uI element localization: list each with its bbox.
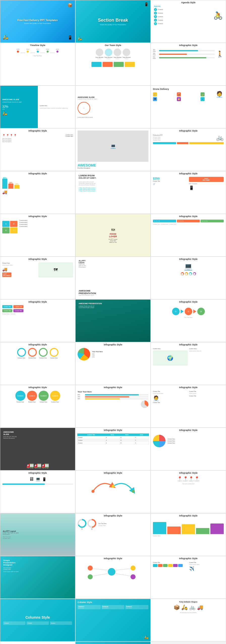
awesome-left: AWESOME SLIDE LOREM IPSUM COLOR SIT AMET… <box>0 86 38 128</box>
pr-row-3: 55% <box>78 398 148 399</box>
drone-person: 🧑‍💼 <box>216 91 223 98</box>
slide-fully-editable-png[interactable]: Fully Editable Shapes And PNG 📱 🏍 🧑‍💼 📦 … <box>0 641 75 644</box>
at-bottom: AWESOME PRESENTATION Lean to the directi… <box>79 290 147 296</box>
slide-infographic-table[interactable]: Infographic Style Content Title Items It… <box>75 428 151 470</box>
infographic-bars-title: Infographic Style <box>151 514 226 517</box>
slide-infographic-laptop[interactable]: Infographic Style 💻 ⬤ ⬤ ⬤ ⬤ <box>151 257 226 299</box>
brazil-content: Content Here 🌍 Content Here Lorem ipsum … <box>151 342 226 367</box>
slide-infographic-last[interactable]: Infographic Style Content Title Content … <box>151 556 226 599</box>
slide-agenda[interactable]: Agenda Style Agenda 1 Contents 2 Content… <box>151 0 226 43</box>
slide-infographic-brazil[interactable]: Infographic Style Content Here 🌍 Content… <box>151 342 226 385</box>
pin-3: 📍 <box>10 134 13 137</box>
slide-infographic-pins[interactable]: Infographic Style 📍 Location 1 📍 Locatio… <box>151 470 226 513</box>
tl-line4 <box>50 53 55 53</box>
slide-infographic-screens[interactable]: Infographic Style 🖥 💻 📱 <box>0 470 75 513</box>
slide-timeline[interactable]: Timeline Style 2015 2016 2017 <box>0 43 75 86</box>
slide-simple[interactable]: Simple Presentation Designed Your text h… <box>0 556 75 599</box>
slide-awesome-1[interactable]: AWESOME SLIDE LOREM IPSUM COLOR SIT AMET… <box>0 86 75 128</box>
slide-infographic-pie[interactable]: Infographic Style Your Text Here 85% 70%… <box>75 342 151 385</box>
slide-road[interactable]: ALLPPT Layout Clean Text Size for your P… <box>0 513 75 556</box>
slide-infographic-delivery2[interactable]: Infographic Style Content Title Lorem ip… <box>151 385 226 428</box>
slide-lorem[interactable]: LOREM IPSUM DOLOR SIT AMET. Lorem ipsum … <box>75 171 151 214</box>
slide-infographic-pres[interactable]: Infographic Style Content Title Content … <box>0 299 75 342</box>
dark-text: AWESOME SLIDE DOLOR SIT IPSUM Succes Bus… <box>0 428 75 442</box>
slide-swot[interactable]: Infographic Style S W O T Customization … <box>0 214 75 257</box>
presentation-label: PRESENTATION <box>79 292 147 295</box>
brazil-text: Content Here <box>153 348 188 349</box>
slide-infographic-compass[interactable]: Infographic Style Content Here Content H… <box>151 428 226 470</box>
pr-track-2 <box>85 396 148 397</box>
slide-infographic-3circles[interactable]: Infographic Style Content Content Here C… <box>0 385 75 428</box>
drone-icon-2: 📦 <box>177 92 181 96</box>
col-2: Content <box>26 621 49 625</box>
infographic-curved-title: Infographic Style <box>76 472 150 474</box>
pr-label-1: 85% <box>78 394 84 395</box>
awesome-text-more: Lorem ipsum dolor sit amet consectetur a… <box>40 107 73 109</box>
dark-title: AWESOME <box>3 431 72 433</box>
slide-infographic-arrows[interactable]: Infographic Style ① ② ③ Your Text Here <box>151 299 226 342</box>
hbar-4 <box>196 528 209 534</box>
slide-awesome-portfolio[interactable]: 💻 AWESOME Portfolio Designed <box>75 128 151 171</box>
drone-inner: Drone Delivery 🛒 📦 🚁 🗺 ⭐ ✓ 🧑‍💼 <box>151 86 226 103</box>
slide-infographic-stats[interactable]: Infographic Style 80% 38% 29% 🚚 <box>0 171 75 214</box>
slide-section-break[interactable]: Section Break Inspire the Quality of You… <box>75 0 151 43</box>
pie-legend: Your Text Here 85% 70% 55% <box>92 351 148 358</box>
slide-infographic-curved[interactable]: Infographic Style <box>75 470 151 513</box>
fast-delivery-badge: FASTDELIVERY <box>189 177 224 182</box>
slide-infographic-1[interactable]: Infographic Style Text Here Text Here Te… <box>151 43 226 86</box>
drone-icon-1: 🛒 <box>153 92 157 96</box>
infographic-bike-title: Infographic Style <box>151 130 226 132</box>
slide-infographic-right[interactable]: Infographic Style Your Text Title Your T… <box>151 214 226 257</box>
slide-infographic-donut[interactable]: Infographic Style 01 02 <box>75 513 151 556</box>
arrow-circle-3: ③ <box>197 308 205 315</box>
slide-infographic-circles[interactable]: Infographic Style Content Here Content H… <box>0 342 75 385</box>
right-text-1: Your Text Title <box>154 220 175 222</box>
slide-hero[interactable]: Free Fast Delivery PPT Templates Explore… <box>0 0 75 43</box>
swot-texts: Customization Customization Customizatio… <box>19 220 73 235</box>
swot-t: T <box>10 227 17 233</box>
slide-columns[interactable]: Columns Style Content Content Content <box>0 599 75 641</box>
pb-label-1: Text Here <box>153 49 158 52</box>
food-lover: LOVER <box>109 235 117 238</box>
bike-text: Professional PPT Content HereContent Her… <box>153 134 215 141</box>
slide-infographic-bike[interactable]: Infographic Style Professional PPT Conte… <box>151 128 226 171</box>
slide-column[interactable]: Column Style Content A Lorem ipsum Conte… <box>75 599 151 641</box>
circle-item-3: Content Here <box>39 348 48 359</box>
pin-item-4: 📍 Location 4 <box>195 476 199 481</box>
at-sub: Clean TextSlide for YourPresentation <box>79 263 147 268</box>
stats-bars: 80% 38% 29% <box>2 177 73 189</box>
slide-team[interactable]: Our Team Style Team Member Position Team… <box>75 43 151 86</box>
bike-icon: 🚲 <box>216 134 224 141</box>
screen-1: 🖥 <box>29 476 34 482</box>
bike-bar-2 <box>177 142 188 144</box>
right-desc: Content here. Content here. Content here… <box>153 223 224 225</box>
slide-awesome-text[interactable]: ALLPPT Layout Clean TextSlide for YourPr… <box>75 257 151 299</box>
drone-title: Drone Delivery <box>153 88 224 90</box>
col-3: Content <box>50 621 72 625</box>
slide-thank-you[interactable]: THANK YOU Inspire the Quality of Your Pr… <box>75 641 151 644</box>
swot-w: W <box>10 221 17 227</box>
nodes-svg <box>78 562 146 582</box>
avatar-2 <box>105 49 112 56</box>
slide-awesome-green[interactable]: AWESOME PRESENTATION LOREM IPSUM DOLOR S… <box>75 299 151 342</box>
slide-infographic-fast[interactable]: Infographic Style $350 Content Title 🛒 F… <box>151 171 226 214</box>
pins-row-top: 📍 Location 1 📍 Location 2 📍 Location 3 📍… <box>153 476 224 481</box>
del2-text-2: Content Title <box>153 402 188 403</box>
dark-slide: SLIDE <box>3 433 72 435</box>
slide-awesome-2[interactable]: AWESOME SLIDE LOREM IPSUM COLOR SIT AMET… <box>75 86 151 128</box>
slide-infographic-progress[interactable]: Infographic Style Your Text Here 85% 70%… <box>75 385 151 428</box>
slide-food[interactable]: 🍽 FOOD LOVER ALLPPT LayoutClean TextSlid… <box>75 214 151 257</box>
slide-infographic-map[interactable]: Infographic Style 📍 📍 📍 📍 Your First Nam… <box>0 128 75 171</box>
col-a: Content A Lorem ipsum <box>78 605 101 609</box>
slide-infographic-bars[interactable]: Infographic Style Content Here <box>151 513 226 556</box>
slide-delivery-map[interactable]: Infographic Style Content Here Lorem ips… <box>0 257 75 299</box>
slide-drone[interactable]: Drone Delivery 🛒 📦 🚁 🗺 ⭐ ✓ 🧑‍💼 <box>151 86 226 128</box>
pin-icon-1: 📍 <box>178 476 182 480</box>
slide-infographic-nodes[interactable]: Infographic Style <box>75 556 151 599</box>
slide-fully-editable[interactable]: Fully Editable Shapes 📦 🛵 🚲 🚚 All elemen… <box>151 599 226 641</box>
pres-box-3: Content Title <box>2 309 12 312</box>
right-text-2: Your Text Title <box>178 220 199 222</box>
agenda-item-2: 2 Contents <box>154 12 211 15</box>
slide-awesome-dark[interactable]: 🚛🚛🚛 AWESOME SLIDE DOLOR SIT IPSUM Succes… <box>0 428 75 470</box>
svg-point-7 <box>131 574 136 579</box>
